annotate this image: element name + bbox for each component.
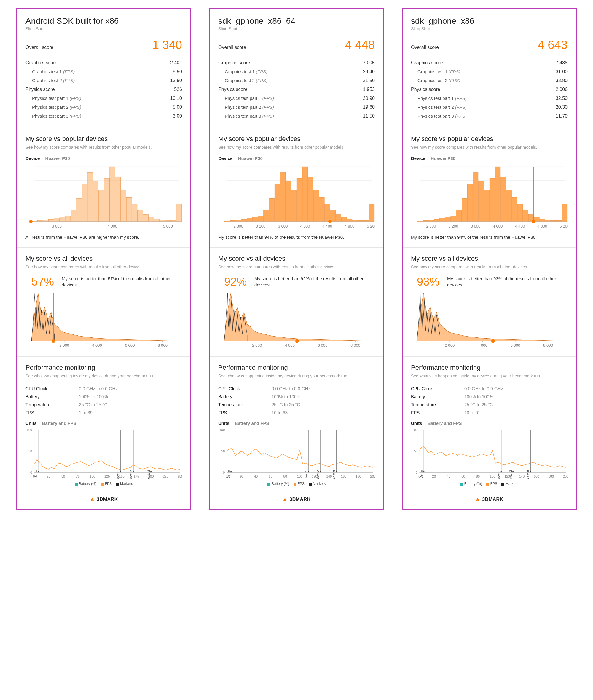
svg-rect-97 <box>286 181 291 221</box>
svg-text:160: 160 <box>534 475 539 478</box>
perf-title: Performance monitoring <box>411 364 567 371</box>
graphics-test-2-value: 33.80 <box>556 78 567 83</box>
popular-devices-section: My score vs popular devices See how my s… <box>17 128 190 248</box>
svg-rect-175 <box>445 217 450 222</box>
device-title: Android SDK built for x86 <box>26 16 182 26</box>
svg-rect-110 <box>358 220 363 222</box>
svg-text:25: 25 <box>47 475 50 478</box>
svg-text:2 800: 2 800 <box>233 224 243 228</box>
svg-rect-108 <box>347 219 352 222</box>
physics-test-1-value: 10.10 <box>170 96 182 101</box>
svg-rect-105 <box>330 210 335 222</box>
graphics-test-1-label: Graphics test 1 (FPS) <box>218 69 268 74</box>
svg-rect-102 <box>313 190 319 222</box>
svg-text:75: 75 <box>76 475 79 478</box>
performance-section: Performance monitoring See what was happ… <box>17 357 190 493</box>
svg-rect-179 <box>467 184 473 221</box>
compare-device-row[interactable]: Device Huawei P30 <box>411 156 567 161</box>
units-label: Units <box>411 421 422 426</box>
svg-rect-171 <box>423 220 428 222</box>
svg-text:125: 125 <box>104 475 110 478</box>
svg-rect-172 <box>428 220 434 222</box>
device-label: Device <box>411 156 425 161</box>
svg-text:120: 120 <box>504 475 510 478</box>
physics-test-1-label: Physics test part 1 (FPS) <box>411 96 467 101</box>
cpu-clock-value: 0.0 GHz to 0.0 GHz <box>79 386 118 391</box>
units-value: Battery and FPS <box>428 421 462 426</box>
popular-desc: See how my score compares with results f… <box>411 144 567 150</box>
svg-text:8 000: 8 000 <box>543 343 553 347</box>
svg-text:250: 250 <box>177 475 182 478</box>
compare-device-row[interactable]: Device Huawei P30 <box>218 156 375 161</box>
popular-title: My score vs popular devices <box>26 135 182 143</box>
svg-text:100: 100 <box>90 475 95 478</box>
svg-rect-18 <box>104 178 109 222</box>
svg-rect-91 <box>252 217 258 222</box>
device-name: Huawei P30 <box>45 156 70 161</box>
svg-rect-184 <box>495 167 501 222</box>
popular-title: My score vs popular devices <box>218 135 375 143</box>
performance-section: Performance monitoring See what was happ… <box>210 357 383 493</box>
svg-rect-151 <box>336 471 337 473</box>
svg-rect-67 <box>150 471 152 473</box>
svg-text:4 000: 4 000 <box>300 224 310 228</box>
svg-rect-92 <box>258 216 263 221</box>
svg-text:50: 50 <box>221 449 225 453</box>
svg-text:120: 120 <box>312 475 317 478</box>
svg-text:100: 100 <box>412 428 418 432</box>
overall-score-label: Overall score <box>218 45 246 50</box>
popular-caption: All results from the Huawei P30 are high… <box>26 234 182 240</box>
battery-value: 100% to 100% <box>272 394 301 399</box>
perf-desc: See what was happening inside my device … <box>218 373 375 379</box>
units-row[interactable]: Units Battery and FPS <box>411 421 567 426</box>
svg-text:200: 200 <box>370 475 375 478</box>
svg-rect-11 <box>65 216 71 221</box>
overall-score-label: Overall score <box>26 45 53 50</box>
overall-score-value: 4 643 <box>538 38 567 51</box>
graphics-test-2-value: 31.50 <box>363 78 375 83</box>
temperature-label: Temperature <box>411 402 464 407</box>
svg-text:20: 20 <box>432 475 436 478</box>
svg-text:180: 180 <box>548 475 554 478</box>
all-title: My score vs all devices <box>411 255 567 262</box>
svg-point-217 <box>491 339 495 343</box>
graphics-test-2-label: Graphics test 2 (FPS) <box>26 78 75 83</box>
battery-value: 100% to 100% <box>464 394 493 399</box>
svg-text:100: 100 <box>27 428 32 432</box>
svg-text:Demo: Demo <box>227 470 230 478</box>
graphics-test-1-label: Graphics test 1 (FPS) <box>26 69 75 74</box>
svg-rect-174 <box>439 218 445 222</box>
svg-rect-193 <box>545 220 551 222</box>
all-devices-section: My score vs all devices See how my score… <box>403 248 576 357</box>
popular-histogram-chart: 2 8003 2003 6004 0004 4004 8005 200 <box>411 164 567 230</box>
temperature-label: Temperature <box>26 402 79 407</box>
popular-histogram-chart: 2 8003 2003 6004 0004 4004 8005 200 <box>218 164 375 230</box>
physics-test-3-value: 11.70 <box>556 114 567 119</box>
svg-rect-189 <box>523 210 528 222</box>
compare-device-row[interactable]: Device Huawei P30 <box>26 156 182 161</box>
temperature-value: 25 °C to 25 °C <box>464 402 493 407</box>
svg-text:4 800: 4 800 <box>537 224 547 228</box>
battery-value: 100% to 100% <box>79 394 108 399</box>
svg-rect-100 <box>303 167 308 222</box>
svg-text:5 200: 5 200 <box>367 224 375 228</box>
svg-point-38 <box>29 220 33 223</box>
fps-value: 10 to 61 <box>464 410 480 415</box>
units-row[interactable]: Units Battery and FPS <box>218 421 375 426</box>
svg-rect-178 <box>462 199 467 222</box>
svg-rect-6 <box>37 220 43 222</box>
svg-rect-12 <box>71 210 76 222</box>
units-label: Units <box>26 421 37 426</box>
physics-test-2-label: Physics test part 2 (FPS) <box>26 104 81 110</box>
svg-rect-195 <box>556 220 562 222</box>
svg-text:3 200: 3 200 <box>255 224 265 228</box>
performance-section: Performance monitoring See what was happ… <box>403 357 576 493</box>
physics-test-1-value: 30.90 <box>363 96 375 101</box>
svg-rect-109 <box>353 220 358 222</box>
svg-rect-16 <box>93 181 98 221</box>
units-row[interactable]: Units Battery and FPS <box>26 421 182 426</box>
svg-rect-31 <box>176 204 182 221</box>
svg-rect-26 <box>149 217 154 222</box>
brand-footer: 3DMARK <box>403 493 576 509</box>
svg-text:80: 80 <box>476 475 480 478</box>
